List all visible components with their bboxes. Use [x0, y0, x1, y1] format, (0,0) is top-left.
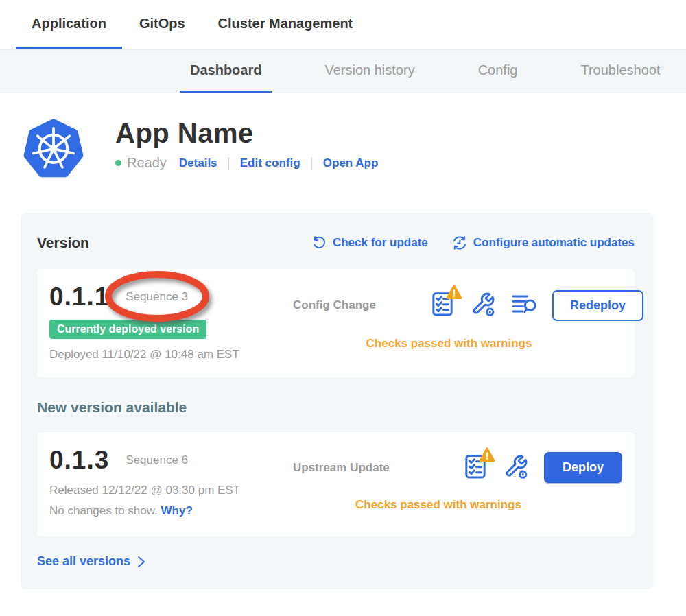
available-version-number: 0.1.3 [49, 446, 109, 475]
configure-automatic-updates-button[interactable]: Configure automatic updates [451, 235, 635, 251]
config-wrench-icon[interactable] [503, 453, 529, 482]
tab-version-history[interactable]: Version history [314, 62, 425, 93]
view-files-icon[interactable] [511, 292, 537, 318]
available-checks-status: Checks passed with warnings [293, 498, 625, 525]
divider: | [310, 155, 314, 171]
app-sub-navigation: Dashboard Version history Config Trouble… [0, 49, 686, 93]
warning-triangle-icon [479, 447, 495, 465]
preflight-checks-icon[interactable] [463, 453, 488, 482]
top-tab-application[interactable]: Application [16, 16, 122, 49]
kubernetes-logo-icon [23, 118, 84, 178]
current-source-label: Config Change [293, 298, 430, 312]
app-header: App Name Ready Details | Edit config | O… [23, 118, 686, 178]
check-for-update-button[interactable]: Check for update [311, 235, 428, 251]
open-app-link[interactable]: Open App [323, 156, 379, 170]
current-version-number: 0.1.1 [49, 283, 109, 311]
auto-update-clock-icon [451, 235, 468, 251]
no-changes-text: No changes to show. [49, 504, 158, 517]
tab-dashboard[interactable]: Dashboard [180, 62, 272, 93]
check-for-update-label: Check for update [333, 236, 428, 250]
available-sequence-label: Sequence 6 [126, 453, 188, 466]
currently-deployed-badge: Currently deployed version [49, 320, 206, 339]
version-panel-title: Version [37, 235, 89, 251]
top-navigation: Application GitOps Cluster Management [0, 0, 686, 49]
redeploy-button[interactable]: Redeploy [552, 290, 643, 321]
see-all-versions-label: See all versions [37, 554, 130, 569]
current-sequence-label: Sequence 3 [126, 290, 188, 303]
status-ready-dot [115, 160, 121, 166]
edit-config-link[interactable]: Edit config [240, 156, 300, 170]
top-tab-gitops[interactable]: GitOps [123, 16, 201, 49]
tab-troubleshoot[interactable]: Troubleshoot [570, 62, 670, 93]
current-checks-status: Checks passed with warnings [293, 337, 646, 366]
details-link[interactable]: Details [179, 156, 217, 170]
new-version-heading: New version available [37, 399, 635, 416]
see-all-versions-link[interactable]: See all versions [37, 554, 635, 569]
page-title: App Name [115, 118, 378, 148]
configure-automatic-updates-label: Configure automatic updates [473, 236, 635, 250]
why-link[interactable]: Why? [161, 504, 193, 517]
current-version-card: 0.1.1 Sequence 3 Currently deployed vers… [37, 269, 635, 377]
chevron-right-icon [137, 556, 146, 568]
deployed-timestamp: Deployed 11/10/22 @ 10:48 am EST [49, 348, 293, 362]
available-source-label: Upstream Update [293, 461, 430, 475]
tab-config[interactable]: Config [468, 62, 528, 93]
current-sequence-wrapper: Sequence 3 [120, 289, 193, 305]
status-label: Ready [127, 155, 167, 171]
divider: | [227, 155, 230, 171]
top-tab-cluster-management[interactable]: Cluster Management [202, 16, 369, 49]
deploy-button[interactable]: Deploy [544, 452, 622, 483]
available-version-card: 0.1.3 Sequence 6 Released 12/12/22 @ 03:… [37, 432, 635, 536]
version-panel: Version Check for update [21, 213, 654, 589]
config-wrench-icon[interactable] [470, 291, 496, 320]
refresh-icon [311, 235, 327, 251]
warning-triangle-icon [446, 285, 462, 303]
released-timestamp: Released 12/12/22 @ 03:30 pm EST [49, 484, 293, 497]
preflight-checks-icon[interactable] [430, 291, 455, 320]
